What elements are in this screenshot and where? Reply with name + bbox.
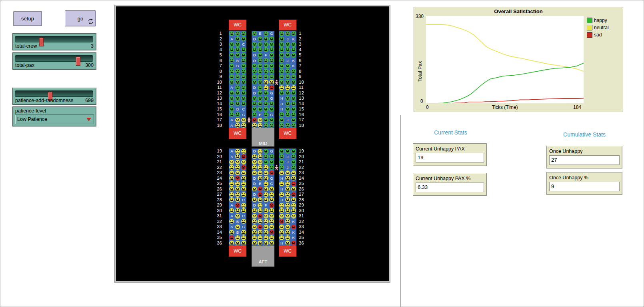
passenger-face bbox=[269, 74, 274, 80]
neutral-face-icon bbox=[258, 160, 262, 165]
row-number: 10 bbox=[299, 80, 311, 85]
passenger-face bbox=[285, 170, 291, 176]
neutral-face-icon bbox=[252, 165, 257, 170]
happy-face-icon bbox=[285, 53, 290, 58]
passenger-face bbox=[285, 74, 291, 80]
happy-face-icon bbox=[279, 154, 284, 159]
passenger-face bbox=[285, 31, 291, 36]
slider-total-pax[interactable]: total-pax 300 bbox=[12, 52, 96, 70]
seat-letter: C bbox=[242, 214, 245, 218]
happy-face-icon bbox=[235, 101, 240, 106]
row-number: 25 bbox=[210, 181, 222, 187]
happy-face-icon bbox=[264, 101, 268, 106]
passenger-face bbox=[269, 219, 274, 225]
slider-total-crew[interactable]: total-crew 3 bbox=[12, 33, 96, 50]
passenger-face bbox=[240, 96, 246, 101]
passenger-face bbox=[279, 170, 285, 176]
seat-letter: G bbox=[270, 96, 273, 100]
passenger-face bbox=[229, 47, 235, 53]
row-number: 33 bbox=[210, 224, 222, 230]
passenger-face bbox=[252, 96, 257, 101]
empty-seat: A bbox=[229, 224, 235, 230]
happy-face-icon bbox=[229, 42, 234, 47]
slider-patience-add-randomness[interactable]: patience-add-randomness 699 bbox=[12, 88, 96, 105]
happy-face-icon bbox=[235, 47, 240, 52]
passenger-face bbox=[269, 187, 274, 192]
passenger-face bbox=[263, 176, 269, 181]
passenger-face bbox=[285, 219, 291, 225]
seat-letter: G bbox=[270, 112, 273, 117]
setup-button[interactable]: setup bbox=[13, 11, 42, 26]
passenger-face bbox=[290, 47, 296, 53]
sad-face-icon bbox=[269, 230, 274, 235]
neutral-face-icon bbox=[279, 85, 284, 90]
passenger-face bbox=[279, 80, 285, 85]
plot-lines bbox=[426, 16, 584, 103]
passenger-face bbox=[257, 230, 263, 235]
happy-face-icon bbox=[279, 53, 284, 58]
seat-letter: H bbox=[280, 198, 283, 202]
row-number: 14 bbox=[299, 101, 311, 107]
passenger-face bbox=[285, 235, 291, 241]
passenger-face bbox=[252, 42, 257, 47]
passenger-face bbox=[285, 80, 291, 85]
seat-letter: K bbox=[292, 64, 294, 68]
neutral-face-icon bbox=[258, 154, 262, 159]
seat-letter: A bbox=[230, 149, 233, 153]
passenger-face bbox=[235, 85, 241, 90]
wc-block: WC bbox=[229, 246, 246, 257]
passenger-face bbox=[269, 170, 274, 176]
slider-groove[interactable] bbox=[15, 90, 93, 97]
neutral-face-icon bbox=[269, 208, 274, 213]
sad-face-icon bbox=[241, 154, 246, 159]
passenger-face bbox=[252, 208, 257, 214]
happy-face-icon bbox=[252, 101, 257, 106]
seat-letter: B bbox=[236, 230, 239, 235]
neutral-face-icon bbox=[235, 171, 240, 175]
row-number: 23 bbox=[299, 170, 311, 176]
neutral-face-icon bbox=[279, 208, 284, 213]
happy-face-icon bbox=[241, 74, 246, 79]
monitor-once-unhappy-pct: Once Unhappy % 9 bbox=[546, 172, 622, 195]
slider-groove[interactable] bbox=[15, 55, 93, 62]
seat-letter: J bbox=[287, 118, 289, 122]
neutral-face-icon bbox=[235, 214, 240, 219]
passenger-face bbox=[257, 213, 263, 219]
passenger-face bbox=[252, 74, 257, 80]
neutral-face-icon bbox=[241, 171, 246, 175]
row-number: 27 bbox=[299, 192, 311, 197]
empty-seat: K bbox=[290, 63, 296, 69]
passenger-face bbox=[240, 52, 246, 58]
seat-letter: D bbox=[253, 192, 256, 197]
happy-face-icon bbox=[264, 112, 268, 117]
passenger-face bbox=[279, 112, 285, 118]
neutral-face-icon bbox=[264, 176, 268, 181]
neutral-face-icon bbox=[264, 219, 268, 224]
neutral-face-icon bbox=[252, 123, 257, 128]
passenger-face bbox=[240, 170, 246, 176]
neutral-face-icon bbox=[264, 225, 268, 229]
happy-face-icon bbox=[269, 64, 274, 68]
slider-groove[interactable] bbox=[15, 36, 93, 42]
happy-face-icon bbox=[291, 90, 296, 95]
passenger-face bbox=[290, 213, 296, 219]
neutral-face-icon bbox=[264, 208, 268, 213]
happy-face-icon bbox=[241, 31, 246, 36]
seat-letter: C bbox=[242, 42, 245, 46]
empty-seat: D bbox=[252, 58, 257, 64]
row-number: 13 bbox=[299, 96, 311, 101]
passenger-face bbox=[229, 230, 235, 235]
passenger-face bbox=[229, 101, 235, 107]
happy-face-icon bbox=[291, 96, 296, 101]
happy-face-icon bbox=[285, 64, 290, 68]
neutral-face-icon bbox=[252, 219, 257, 224]
neutral-face-icon bbox=[241, 219, 246, 224]
row-number: 28 bbox=[299, 197, 311, 203]
patience-level-dropdown[interactable]: Low Patience bbox=[15, 114, 94, 124]
sad-face-icon bbox=[291, 225, 296, 229]
passenger-face bbox=[263, 106, 269, 112]
row-number: 11 bbox=[299, 85, 311, 90]
go-button[interactable]: go bbox=[65, 10, 96, 26]
neutral-face-icon bbox=[269, 214, 274, 219]
row-number: 5 bbox=[299, 52, 311, 58]
